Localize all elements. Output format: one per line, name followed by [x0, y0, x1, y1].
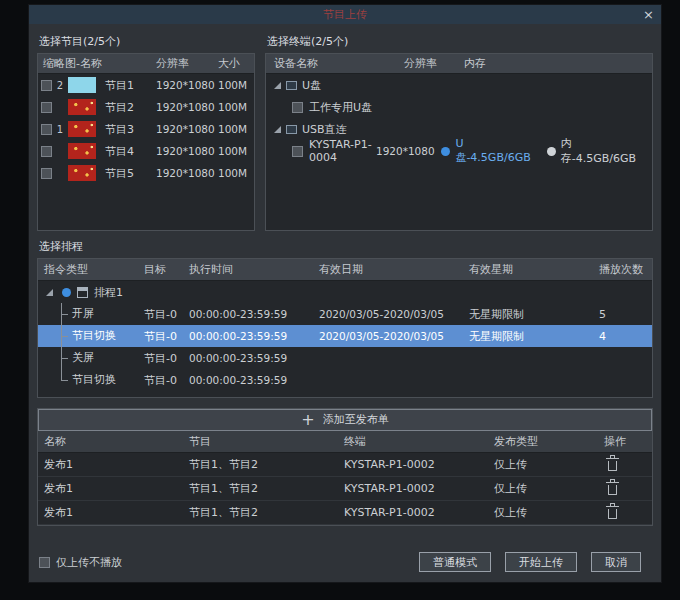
- program-row[interactable]: 节目5 1920*1080 100M: [38, 162, 254, 184]
- udisk-group-row[interactable]: U盘: [266, 74, 652, 96]
- program-size: 100M: [218, 123, 254, 135]
- delete-icon[interactable]: [608, 461, 617, 471]
- programs-section-title: 选择节目(2/5个): [39, 34, 257, 49]
- col-terminal: 终端: [344, 434, 494, 449]
- exec-time: 00:00:00-23:59:59: [189, 374, 319, 386]
- close-icon[interactable]: ×: [643, 6, 654, 23]
- play-count: 5: [599, 308, 652, 321]
- col-command-type: 指令类型: [44, 262, 144, 277]
- expand-triangle-icon[interactable]: [274, 126, 281, 133]
- schedule-group-row[interactable]: 排程1: [38, 281, 652, 303]
- terminal-name: 工作专用U盘: [309, 100, 372, 115]
- program-checkbox[interactable]: [41, 124, 52, 135]
- program-thumbnail: [68, 165, 96, 181]
- terminal-checkbox[interactable]: [292, 146, 303, 157]
- upload-only-checkbox[interactable]: [39, 557, 50, 568]
- terminals-table-header: 设备名称 分辨率 内存: [266, 54, 652, 74]
- dialog-title: 节目上传: [323, 7, 367, 22]
- add-to-publish-button[interactable]: + 添加至发布单: [38, 409, 652, 431]
- program-thumbnail: [68, 121, 96, 137]
- start-upload-button[interactable]: 开始上传: [505, 552, 577, 572]
- memory-storage-radio[interactable]: [547, 147, 556, 156]
- schedule-radio[interactable]: [62, 288, 71, 297]
- udisk-storage-radio[interactable]: [441, 147, 450, 156]
- program-size: 100M: [218, 167, 254, 179]
- publish-row[interactable]: 发布1 节目1、节目2 KYSTAR-P1-0002 仅上传: [38, 477, 652, 501]
- cancel-button[interactable]: 取消: [591, 552, 641, 572]
- programs-panel: 缩略图-名称 分辨率 大小 2 节目1 1920*1080 100M 节目2: [37, 53, 255, 231]
- device-row[interactable]: KYSTAR-P1-0004 1920*1080 U盘-4.5GB/6GB 内存…: [266, 140, 652, 162]
- program-row[interactable]: 1 节目3 1920*1080 100M: [38, 118, 254, 140]
- publish-row[interactable]: 发布1 节目1、节目2 KYSTAR-P1-0002 仅上传: [38, 453, 652, 477]
- valid-week: 无星期限制: [469, 307, 599, 322]
- publish-name: 发布1: [44, 457, 189, 472]
- valid-date: 2020/03/05-2020/03/05: [319, 308, 469, 320]
- add-to-publish-label: 添加至发布单: [323, 412, 389, 427]
- delete-icon[interactable]: [608, 509, 617, 519]
- exec-time: 00:00:00-23:59:59: [189, 330, 319, 342]
- terminal-resolution: 1920*1080: [376, 145, 441, 157]
- program-thumbnail: [68, 99, 96, 115]
- publish-section: + 添加至发布单 名称 节目 终端 发布类型 操作 发布1 节目1、节目2 KY…: [37, 408, 653, 526]
- dialog-titlebar[interactable]: 节目上传 ×: [29, 5, 661, 24]
- group-label: USB直连: [302, 122, 347, 137]
- col-target: 目标: [144, 262, 189, 277]
- terminal-checkbox[interactable]: [292, 102, 303, 113]
- command-type: 节目切换: [44, 325, 144, 347]
- exec-time: 00:00:00-23:59:59: [189, 352, 319, 364]
- memory-storage-label[interactable]: 内存-4.5GB/6GB: [561, 136, 636, 166]
- dialog-body: 选择节目(2/5个) 选择终端(2/5个) 缩略图-名称 分辨率 大小 2 节目…: [29, 24, 661, 582]
- terminal-name: KYSTAR-P1-0004: [309, 138, 376, 164]
- program-checkbox[interactable]: [41, 146, 52, 157]
- terminals-section-title: 选择终端(2/5个): [267, 34, 348, 49]
- publish-terminal: KYSTAR-P1-0002: [344, 506, 494, 519]
- col-play-count: 播放次数: [599, 262, 652, 277]
- terminals-panel: 设备名称 分辨率 内存 U盘 工作专用U盘 USB直连: [265, 53, 653, 231]
- program-size: 100M: [218, 101, 254, 113]
- schedule-row[interactable]: 节目切换 节目-0 00:00:00-23:59:59: [38, 369, 652, 391]
- program-name: 节目2: [100, 100, 156, 115]
- command-type: 开屏: [44, 303, 144, 325]
- command-target: 节目-0: [144, 307, 189, 322]
- program-row[interactable]: 节目2 1920*1080 100M: [38, 96, 254, 118]
- publish-type: 仅上传: [494, 457, 604, 472]
- col-name: 名称: [44, 434, 189, 449]
- program-row[interactable]: 节目4 1920*1080 100M: [38, 140, 254, 162]
- schedule-panel: 指令类型 目标 执行时间 有效日期 有效星期 播放次数 排程1 开屏 节目-0 …: [37, 258, 653, 398]
- col-device-name: 设备名称: [266, 56, 396, 71]
- schedule-group-label: 排程1: [94, 285, 123, 300]
- program-row[interactable]: 2 节目1 1920*1080 100M: [38, 74, 254, 96]
- publish-terminal: KYSTAR-P1-0002: [344, 458, 494, 471]
- program-resolution: 1920*1080: [156, 167, 218, 179]
- expand-triangle-icon[interactable]: [46, 289, 53, 296]
- udisk-storage-label[interactable]: U盘-4.5GB/6GB: [455, 137, 530, 165]
- publish-table-header: 名称 节目 终端 发布类型 操作: [38, 431, 652, 453]
- col-thumbnail-name: 缩略图-名称: [38, 56, 156, 71]
- program-checkbox[interactable]: [41, 168, 52, 179]
- schedule-row-selected[interactable]: 节目切换 节目-0 00:00:00-23:59:59 2020/03/05-2…: [38, 325, 652, 347]
- col-memory: 内存: [456, 56, 652, 71]
- udisk-child-row[interactable]: 工作专用U盘: [266, 96, 652, 118]
- schedule-row[interactable]: 关屏 节目-0 00:00:00-23:59:59: [38, 347, 652, 369]
- program-size: 100M: [218, 145, 254, 157]
- program-checkbox[interactable]: [41, 102, 52, 113]
- program-resolution: 1920*1080: [156, 79, 218, 91]
- selection-order: 1: [54, 124, 66, 135]
- program-name: 节目4: [100, 144, 156, 159]
- program-size: 100M: [218, 79, 254, 91]
- expand-triangle-icon[interactable]: [274, 82, 281, 89]
- publish-row[interactable]: 发布1 节目1、节目2 KYSTAR-P1-0002 仅上传: [38, 501, 652, 525]
- plus-icon: +: [301, 410, 314, 430]
- program-checkbox[interactable]: [41, 80, 52, 91]
- delete-icon[interactable]: [608, 485, 617, 495]
- publish-type: 仅上传: [494, 505, 604, 520]
- program-name: 节目3: [100, 122, 156, 137]
- col-exec-time: 执行时间: [189, 262, 319, 277]
- program-name: 节目5: [100, 166, 156, 181]
- publish-programs: 节目1、节目2: [189, 481, 344, 496]
- col-programs: 节目: [189, 434, 344, 449]
- schedule-row[interactable]: 开屏 节目-0 00:00:00-23:59:59 2020/03/05-202…: [38, 303, 652, 325]
- normal-mode-button[interactable]: 普通模式: [419, 552, 491, 572]
- play-count: 4: [599, 330, 652, 343]
- col-valid-week: 有效星期: [469, 262, 599, 277]
